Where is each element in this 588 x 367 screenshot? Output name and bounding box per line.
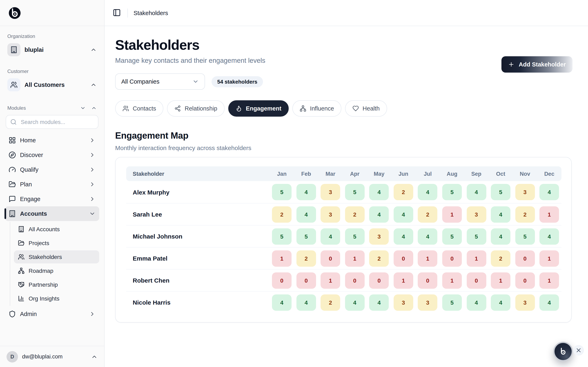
- sidebar-item-accounts[interactable]: Accounts: [5, 206, 99, 221]
- engagement-value-chip[interactable]: 4: [418, 184, 438, 200]
- module-search-input[interactable]: [20, 118, 94, 125]
- engagement-value-chip[interactable]: 5: [467, 228, 486, 244]
- sidebar-toggle-button[interactable]: [113, 8, 122, 17]
- engagement-value-chip[interactable]: 0: [515, 272, 535, 289]
- engagement-value-chip[interactable]: 4: [369, 294, 389, 310]
- sidebar-subitem-projects[interactable]: Projects: [14, 236, 99, 250]
- engagement-value-chip[interactable]: 0: [442, 250, 462, 267]
- engagement-value-chip[interactable]: 4: [394, 206, 413, 222]
- engagement-value-chip[interactable]: 2: [394, 184, 413, 200]
- engagement-value-chip[interactable]: 4: [321, 228, 340, 244]
- sidebar-item-engage[interactable]: Engage: [5, 192, 99, 206]
- tab-influence[interactable]: Influence: [292, 100, 341, 117]
- sidebar-subitem-org-insights[interactable]: Org Insights: [14, 292, 99, 305]
- engagement-value-chip[interactable]: 5: [442, 228, 462, 244]
- tab-contacts[interactable]: Contacts: [115, 100, 163, 117]
- engagement-value-chip[interactable]: 1: [539, 272, 559, 289]
- engagement-value-chip[interactable]: 0: [418, 272, 438, 289]
- engagement-value-chip[interactable]: 1: [491, 272, 510, 289]
- engagement-value-chip[interactable]: 0: [296, 272, 316, 289]
- engagement-value-chip[interactable]: 2: [272, 206, 292, 222]
- engagement-value-chip[interactable]: 0: [272, 272, 292, 289]
- add-stakeholder-button[interactable]: Add Stakeholder: [502, 56, 572, 73]
- engagement-value-chip[interactable]: 4: [272, 294, 292, 310]
- engagement-value-chip[interactable]: 1: [539, 206, 559, 222]
- engagement-value-chip[interactable]: 1: [467, 250, 486, 267]
- sidebar-subitem-roadmap[interactable]: Roadmap: [14, 264, 99, 277]
- engagement-value-chip[interactable]: 2: [369, 250, 389, 267]
- engagement-value-chip[interactable]: 5: [442, 184, 462, 200]
- engagement-value-chip[interactable]: 5: [345, 228, 365, 244]
- engagement-value-chip[interactable]: 3: [369, 228, 389, 244]
- engagement-value-chip[interactable]: 0: [515, 250, 535, 267]
- engagement-value-chip[interactable]: 5: [296, 228, 316, 244]
- chat-dismiss-button[interactable]: [573, 345, 584, 356]
- engagement-value-chip[interactable]: 1: [394, 272, 413, 289]
- engagement-value-chip[interactable]: 1: [272, 250, 292, 267]
- engagement-value-chip[interactable]: 2: [491, 250, 510, 267]
- engagement-value-chip[interactable]: 4: [491, 294, 510, 310]
- engagement-value-chip[interactable]: 2: [418, 206, 438, 222]
- sidebar-subitem-stakeholders[interactable]: Stakeholders: [14, 250, 99, 263]
- engagement-value-chip[interactable]: 3: [394, 294, 413, 310]
- engagement-value-chip[interactable]: 3: [467, 206, 486, 222]
- engagement-value-chip[interactable]: 2: [321, 294, 340, 310]
- engagement-value-chip[interactable]: 5: [272, 228, 292, 244]
- engagement-value-chip[interactable]: 1: [539, 250, 559, 267]
- tab-health[interactable]: Health: [345, 100, 387, 117]
- engagement-value-chip[interactable]: 1: [321, 272, 340, 289]
- engagement-value-chip[interactable]: 0: [467, 272, 486, 289]
- user-menu[interactable]: D dw@bluplai.com: [0, 346, 104, 367]
- engagement-value-chip[interactable]: 5: [345, 184, 365, 200]
- engagement-value-chip[interactable]: 1: [442, 206, 462, 222]
- engagement-value-chip[interactable]: 0: [321, 250, 340, 267]
- engagement-value-chip[interactable]: 3: [321, 184, 340, 200]
- engagement-value-chip[interactable]: 5: [442, 294, 462, 310]
- sidebar-subitem-all-accounts[interactable]: All Accounts: [14, 223, 99, 236]
- engagement-value-chip[interactable]: 0: [369, 272, 389, 289]
- engagement-value-chip[interactable]: 4: [539, 228, 559, 244]
- sidebar-item-home[interactable]: Home: [5, 133, 99, 148]
- engagement-value-chip[interactable]: 4: [539, 184, 559, 200]
- engagement-value-chip[interactable]: 4: [296, 184, 316, 200]
- engagement-value-chip[interactable]: 4: [296, 206, 316, 222]
- engagement-value-chip[interactable]: 3: [321, 206, 340, 222]
- engagement-value-chip[interactable]: 4: [467, 184, 486, 200]
- sidebar-item-admin[interactable]: Admin: [5, 307, 99, 321]
- engagement-value-chip[interactable]: 5: [272, 184, 292, 200]
- engagement-value-chip[interactable]: 3: [515, 184, 535, 200]
- engagement-value-chip[interactable]: 4: [491, 228, 510, 244]
- collapse-all-icon[interactable]: [80, 105, 86, 111]
- engagement-value-chip[interactable]: 4: [539, 294, 559, 310]
- engagement-value-chip[interactable]: 5: [515, 228, 535, 244]
- engagement-value-chip[interactable]: 4: [394, 228, 413, 244]
- engagement-value-chip[interactable]: 4: [296, 294, 316, 310]
- engagement-value-chip[interactable]: 1: [345, 250, 365, 267]
- sidebar-item-plan[interactable]: Plan: [5, 177, 99, 192]
- org-switcher[interactable]: bluplai: [5, 42, 99, 58]
- sidebar-item-discover[interactable]: Discover: [5, 148, 99, 162]
- expand-all-icon[interactable]: [91, 105, 97, 111]
- engagement-value-chip[interactable]: 2: [296, 250, 316, 267]
- engagement-value-chip[interactable]: 5: [491, 184, 510, 200]
- tab-engagement[interactable]: Engagement: [228, 100, 289, 117]
- assistant-chat-button[interactable]: [553, 342, 573, 361]
- engagement-value-chip[interactable]: 4: [369, 184, 389, 200]
- engagement-value-chip[interactable]: 2: [515, 206, 535, 222]
- engagement-value-chip[interactable]: 3: [418, 294, 438, 310]
- engagement-value-chip[interactable]: 0: [345, 272, 365, 289]
- engagement-value-chip[interactable]: 3: [515, 294, 535, 310]
- engagement-value-chip[interactable]: 2: [345, 206, 365, 222]
- engagement-value-chip[interactable]: 4: [418, 228, 438, 244]
- engagement-value-chip[interactable]: 0: [394, 250, 413, 267]
- engagement-value-chip[interactable]: 1: [442, 272, 462, 289]
- tab-relationship[interactable]: Relationship: [167, 100, 225, 117]
- engagement-value-chip[interactable]: 4: [491, 206, 510, 222]
- engagement-value-chip[interactable]: 4: [369, 206, 389, 222]
- sidebar-subitem-partnership[interactable]: Partnership: [14, 278, 99, 291]
- engagement-value-chip[interactable]: 4: [467, 294, 486, 310]
- engagement-value-chip[interactable]: 1: [418, 250, 438, 267]
- customer-switcher[interactable]: All Customers: [5, 77, 99, 93]
- engagement-value-chip[interactable]: 4: [345, 294, 365, 310]
- sidebar-item-qualify[interactable]: Qualify: [5, 162, 99, 177]
